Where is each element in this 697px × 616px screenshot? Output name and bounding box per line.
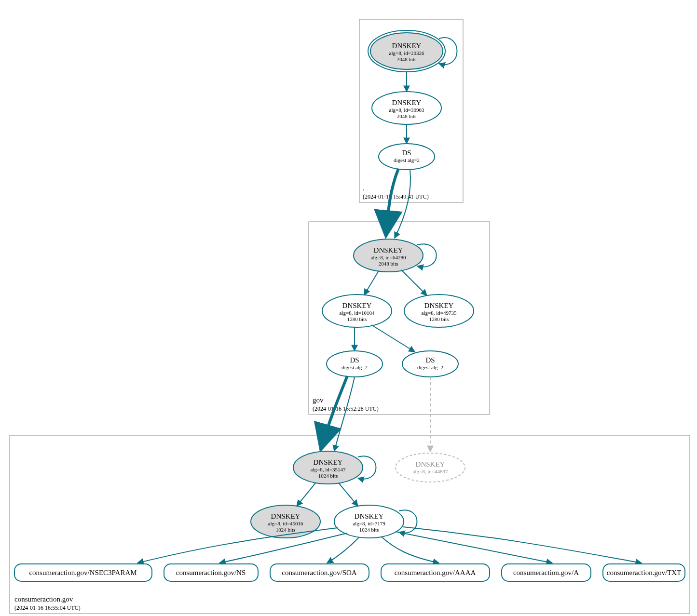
svg-text:consumeraction.gov/A: consumeraction.gov/A [513, 569, 579, 576]
edge-con-ksk-to-zsk-alt [297, 482, 316, 506]
svg-text:DNSKEY: DNSKEY [392, 42, 422, 50]
rrset-ns: consumeraction.gov/NS [164, 564, 258, 581]
edge-zsk-to-rrset-2 [327, 537, 359, 563]
svg-text:DNSKEY: DNSKEY [314, 458, 343, 466]
svg-text:alg=8, id=20326: alg=8, id=20326 [389, 50, 424, 56]
svg-text:digest alg=2: digest alg=2 [342, 364, 368, 370]
edge-gov-ds1-to-con-ksk [334, 377, 355, 451]
edge-gov-ksk-to-zsk2 [401, 270, 427, 295]
svg-text:DNSKEY: DNSKEY [271, 512, 301, 520]
svg-text:alg=8, id=44837: alg=8, id=44837 [413, 469, 448, 474]
svg-text:DS: DS [425, 356, 435, 364]
svg-text:alg=8, id=35147: alg=8, id=35147 [311, 467, 346, 472]
svg-text:alg=8, id=45016: alg=8, id=45016 [268, 521, 303, 526]
zone-root-label: . [363, 184, 365, 192]
node-con-zsk: DNSKEY alg=8, id=7179 1024 bits [334, 505, 404, 538]
rrset-a: consumeraction.gov/A [502, 564, 591, 581]
svg-text:1280 bits: 1280 bits [429, 316, 449, 322]
zone-consumer-timestamp: (2024-01-16 16:55:04 UTC) [14, 604, 81, 611]
svg-text:DNSKEY: DNSKEY [424, 302, 454, 309]
node-con-zsk-alt: DNSKEY alg=8, id=45016 1024 bits [251, 505, 320, 538]
rrset-txt: consumeraction.gov/TXT [603, 564, 685, 581]
node-gov-zsk1: DNSKEY alg=8, id=10104 1280 bits [322, 295, 392, 327]
node-con-ksk: DNSKEY alg=8, id=35147 1024 bits [293, 451, 363, 484]
edge-zsk-to-rrset-5 [403, 527, 642, 563]
node-gov-ds1: DS digest alg=2 [327, 351, 383, 377]
svg-text:consumeraction.gov/NSEC3PARAM: consumeraction.gov/NSEC3PARAM [29, 569, 137, 576]
node-gov-zsk2: DNSKEY alg=8, id=49735 1280 bits [404, 295, 474, 327]
svg-text:alg=8, id=64280: alg=8, id=64280 [371, 254, 406, 260]
zone-gov-label: gov [313, 396, 324, 404]
svg-text:DNSKEY: DNSKEY [392, 99, 422, 107]
edge-gov-ds1-to-con-ksk-thick [321, 376, 347, 450]
svg-point-9 [379, 144, 435, 170]
node-root-ksk: DNSKEY alg=8, id=20326 2048 bits [368, 30, 445, 72]
svg-text:1024 bits: 1024 bits [359, 527, 379, 533]
node-root-zsk: DNSKEY alg=8, id=30903 2048 bits [372, 92, 441, 124]
svg-text:DNSKEY: DNSKEY [342, 302, 372, 309]
rrset-nsec3param: consumeraction.gov/NSEC3PARAM [14, 564, 152, 581]
svg-text:digest alg=2: digest alg=2 [394, 157, 420, 163]
svg-text:DNSKEY: DNSKEY [374, 246, 403, 254]
svg-text:2048 bits: 2048 bits [397, 56, 417, 62]
svg-point-27 [402, 351, 458, 377]
svg-text:1024 bits: 1024 bits [318, 473, 338, 479]
edge-zsk-to-rrset-3 [381, 536, 439, 563]
svg-text:consumeraction.gov/AAAA: consumeraction.gov/AAAA [395, 569, 476, 576]
svg-text:consumeraction.gov/TXT: consumeraction.gov/TXT [607, 569, 682, 576]
svg-text:digest alg=2: digest alg=2 [417, 364, 443, 370]
svg-text:consumeraction.gov/SOA: consumeraction.gov/SOA [282, 569, 357, 576]
svg-text:DS: DS [402, 149, 411, 157]
svg-text:alg=8, id=10104: alg=8, id=10104 [340, 310, 375, 316]
svg-text:alg=8, id=49735: alg=8, id=49735 [422, 310, 457, 316]
svg-text:alg=8, id=30903: alg=8, id=30903 [389, 107, 424, 113]
svg-text:DNSKEY: DNSKEY [416, 460, 445, 468]
zone-consumer-label: consumeraction.gov [14, 595, 73, 603]
svg-text:DS: DS [350, 356, 359, 364]
rrset-aaaa: consumeraction.gov/AAAA [381, 564, 490, 581]
svg-text:1024 bits: 1024 bits [276, 527, 296, 533]
edge-gov-ksk-to-zsk1 [364, 271, 379, 295]
rrset-soa: consumeraction.gov/SOA [270, 564, 369, 581]
node-con-missing: DNSKEY alg=8, id=44837 [396, 453, 465, 482]
svg-point-24 [327, 351, 383, 377]
node-gov-ksk: DNSKEY alg=8, id=64280 2048 bits [354, 239, 423, 272]
svg-text:DNSKEY: DNSKEY [355, 512, 384, 520]
edge-root-ds-to-gov-ksk [395, 170, 410, 238]
edge-con-ksk-to-zsk [339, 483, 358, 506]
svg-text:1280 bits: 1280 bits [347, 316, 367, 322]
node-root-ds: DS digest alg=2 [379, 144, 435, 170]
svg-text:consumeraction.gov/NS: consumeraction.gov/NS [176, 569, 246, 576]
svg-text:alg=8, id=7179: alg=8, id=7179 [353, 521, 385, 526]
svg-text:2048 bits: 2048 bits [379, 261, 398, 267]
node-gov-ds2: DS digest alg=2 [402, 351, 458, 377]
edge-gov-zsk1-to-ds2 [371, 325, 415, 352]
zone-root-timestamp: (2024-01-16 15:49:41 UTC) [363, 193, 429, 200]
svg-text:2048 bits: 2048 bits [397, 113, 417, 119]
